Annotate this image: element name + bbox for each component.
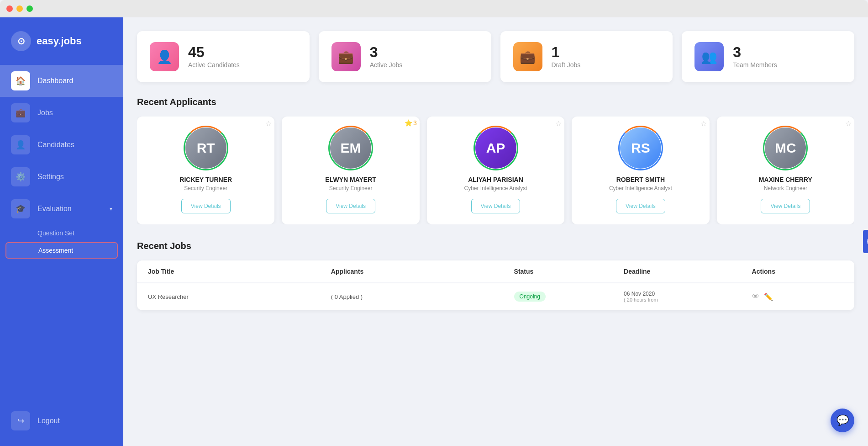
recent-applicants-title: Recent Applicants (137, 97, 854, 107)
stat-info: 1 Draft Jobs (552, 45, 581, 69)
recent-jobs-section: Recent Jobs Job Title Applicants Status … (137, 241, 854, 310)
sub-item-label: Question Set (37, 229, 74, 237)
avatar-placeholder-1: RT (185, 127, 226, 169)
stats-row: 👤 45 Active Candidates 💼 3 Active Jobs 💼… (137, 31, 854, 82)
logo-icon: ⊙ (11, 31, 31, 51)
jobs-table: Job Title Applicants Status Deadline Act… (137, 260, 854, 310)
applicant-role-5: Network Engineer (764, 185, 807, 191)
action-icons: 👁 ✏️ (752, 292, 843, 301)
sidebar-item-label: Candidates (37, 141, 74, 149)
applicant-card-2: ⭐ 3 EM Elwyn Mayert Security Engineer Vi… (282, 117, 419, 224)
sidebar-item-label: Jobs (37, 109, 53, 117)
feedback-tab[interactable]: Feedback (863, 230, 868, 253)
avatar-4: RS (620, 127, 661, 169)
avatar-5: MC (765, 127, 806, 169)
logout-button[interactable]: ↪ Logout (0, 405, 123, 437)
stat-info: 3 Team Members (733, 45, 777, 69)
chevron-down-icon: ▾ (110, 206, 112, 212)
stat-info: 3 Active Jobs (370, 45, 403, 69)
applicant-card-1: ☆ RT RICKEY TURNER Security Engineer Vie… (137, 117, 274, 224)
view-icon[interactable]: 👁 (752, 292, 759, 301)
maximize-button[interactable] (26, 5, 33, 12)
avatar-placeholder-5: MC (765, 127, 806, 169)
th-actions: Actions (752, 268, 843, 275)
view-details-btn-4[interactable]: View Details (616, 199, 665, 213)
logout-icon: ↪ (11, 411, 30, 430)
view-details-btn-5[interactable]: View Details (761, 199, 810, 213)
candidates-icon: 👤 (11, 135, 30, 154)
table-header: Job Title Applicants Status Deadline Act… (137, 260, 854, 283)
home-icon: 🏠 (11, 71, 30, 90)
sidebar-item-jobs[interactable]: 💼 Jobs (0, 97, 123, 129)
star-badge-2[interactable]: ⭐ 3 (405, 119, 417, 127)
td-status: Ongoing (514, 292, 624, 302)
recent-jobs-title: Recent Jobs (137, 241, 854, 251)
team-members-icon: 👥 (694, 42, 724, 71)
sidebar-item-evaluation[interactable]: 🎓 Evaluation ▾ (0, 193, 123, 225)
sidebar-item-candidates[interactable]: 👤 Candidates (0, 129, 123, 161)
td-applicants: ( 0 Applied ) (331, 293, 514, 300)
sidebar-item-label: Settings (37, 173, 64, 181)
avatar-placeholder-2: EM (330, 127, 371, 169)
active-jobs-icon: 💼 (331, 42, 361, 71)
applicant-name-3: Aliyah Parisian (468, 176, 523, 183)
avatar-wrapper-3: AP (475, 127, 516, 169)
star-icon-3[interactable]: ☆ (555, 119, 562, 128)
sidebar-item-label: Dashboard (37, 77, 73, 85)
stat-card-active-jobs: 💼 3 Active Jobs (319, 31, 491, 82)
avatar-wrapper-5: MC (765, 127, 806, 169)
td-actions: 👁 ✏️ (752, 292, 843, 301)
sidebar-item-settings[interactable]: ⚙️ Settings (0, 161, 123, 193)
stat-info: 45 Active Candidates (188, 45, 240, 69)
th-deadline: Deadline (624, 268, 752, 275)
avatar-3: AP (475, 127, 516, 169)
sidebar-sub-question-set[interactable]: Question Set (0, 225, 123, 241)
avatar-1: RT (185, 127, 226, 169)
view-details-btn-3[interactable]: View Details (471, 199, 521, 213)
sidebar-item-dashboard[interactable]: 🏠 Dashboard (0, 65, 123, 97)
avatar-wrapper-4: RS (620, 127, 661, 169)
stat-card-team-members: 👥 3 Team Members (682, 31, 854, 82)
star-icon-5[interactable]: ☆ (845, 119, 852, 128)
applicant-card-4: ☆ RS ROBERT SMITH Cyber Intelligence Ana… (572, 117, 709, 224)
avatar-placeholder-4: RS (620, 127, 661, 169)
table-row: UX Researcher ( 0 Applied ) Ongoing 06 N… (137, 283, 854, 310)
applicant-role-3: Cyber Intelligence Analyst (464, 185, 527, 191)
applicant-name-4: ROBERT SMITH (616, 176, 665, 183)
th-job-title: Job Title (148, 268, 331, 275)
td-job-title: UX Researcher (148, 293, 331, 300)
logo: ⊙ easy.jobs (0, 27, 123, 65)
avatar-wrapper-1: RT (185, 127, 226, 169)
main-content: 👤 45 Active Candidates 💼 3 Active Jobs 💼… (123, 17, 868, 446)
settings-icon: ⚙️ (11, 167, 30, 186)
edit-icon[interactable]: ✏️ (764, 292, 773, 301)
chat-icon: 💬 (836, 414, 849, 426)
td-deadline: 06 Nov 2020 ( 20 hours from (624, 291, 752, 303)
stat-number: 45 (188, 45, 240, 59)
th-applicants: Applicants (331, 268, 514, 275)
view-details-btn-1[interactable]: View Details (181, 199, 231, 213)
deadline-date: 06 Nov 2020 (624, 291, 752, 297)
avatar-placeholder-3: AP (475, 127, 516, 169)
minimize-button[interactable] (16, 5, 23, 12)
stat-label: Active Jobs (370, 61, 403, 69)
logo-text: easy.jobs (37, 35, 82, 47)
status-badge: Ongoing (514, 292, 546, 302)
star-icon-1[interactable]: ☆ (265, 119, 272, 128)
view-details-btn-2[interactable]: View Details (326, 199, 375, 213)
active-candidates-icon: 👤 (150, 42, 179, 71)
deadline-sub: ( 20 hours from (624, 297, 752, 303)
avatar-wrapper-2: EM (330, 127, 371, 169)
close-button[interactable] (6, 5, 13, 12)
title-bar (0, 0, 868, 17)
avatar-2: EM (330, 127, 371, 169)
evaluation-icon: 🎓 (11, 199, 30, 218)
sidebar: ⊙ easy.jobs 🏠 Dashboard 💼 Jobs 👤 Candida… (0, 17, 123, 446)
draft-jobs-icon: 💼 (513, 42, 542, 71)
chat-button[interactable]: 💬 (831, 409, 854, 432)
stat-number: 3 (370, 45, 403, 59)
stat-card-draft-jobs: 💼 1 Draft Jobs (500, 31, 673, 82)
sidebar-sub-assessment[interactable]: Assessment (5, 242, 118, 259)
star-icon-4[interactable]: ☆ (700, 119, 707, 128)
applicants-row: ☆ RT RICKEY TURNER Security Engineer Vie… (137, 117, 854, 224)
